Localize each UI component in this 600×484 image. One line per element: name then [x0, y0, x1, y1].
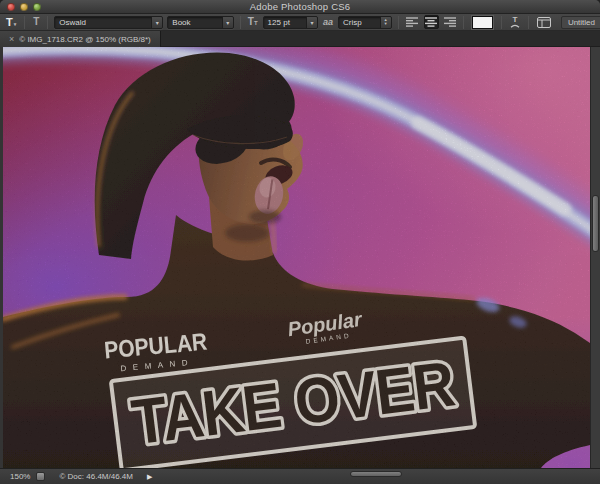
type-tool-icon[interactable]: T ▾: [4, 17, 18, 28]
separator: [501, 16, 502, 29]
vertical-scrollbar-thumb[interactable]: [592, 195, 599, 252]
font-family-select[interactable]: Oswald ▾: [54, 16, 163, 29]
zoom-window-button[interactable]: [33, 3, 41, 11]
anti-alias-value: Crisp: [339, 18, 380, 27]
panels-icon: [537, 17, 551, 28]
font-style-select[interactable]: Book ▾: [167, 16, 234, 29]
vertical-scrollbar[interactable]: [590, 47, 600, 468]
toggle-panels-button[interactable]: [535, 17, 553, 28]
close-window-button[interactable]: [7, 3, 15, 11]
font-size-select[interactable]: 125 pt ▾: [263, 16, 318, 29]
tool-preset-dropdown-icon[interactable]: ▾: [14, 20, 17, 28]
separator: [528, 16, 529, 29]
grain-overlay: [3, 47, 590, 468]
horizontal-scrollbar-thumb[interactable]: [350, 471, 402, 477]
document-tab[interactable]: × © IMG_1718.CR2 @ 150% (RGB/8*): [0, 31, 161, 47]
document-size-info: © Doc: 46.4M/46.4M: [59, 472, 132, 481]
align-left-icon: [406, 17, 418, 27]
window-controls: [7, 3, 41, 11]
close-icon[interactable]: ×: [9, 35, 14, 44]
warp-arc-icon: [510, 24, 520, 28]
photo-canvas[interactable]: POPULAR DEMAND Popular DEMAND TAKE OVER: [3, 47, 590, 468]
text-orientation-button[interactable]: T: [31, 16, 41, 28]
anti-alias-icon: aa: [322, 17, 334, 27]
font-style-value: Book: [168, 18, 222, 27]
status-badge-icon: [36, 472, 45, 481]
spinner-icon[interactable]: ▴ ▾: [380, 17, 391, 28]
status-bar: 150% © Doc: 46.4M/46.4M ▶: [0, 468, 600, 484]
chevron-down-icon[interactable]: ▾: [306, 17, 317, 28]
align-center-button[interactable]: [424, 15, 439, 29]
zoom-level-field[interactable]: 150%: [0, 472, 36, 481]
window-title: Adobe Photoshop CS6: [0, 1, 600, 12]
font-size-icon: T T: [247, 17, 259, 27]
separator: [24, 16, 25, 29]
align-center-icon: [425, 17, 437, 27]
workspace-switcher-button[interactable]: Untitled: [561, 16, 600, 29]
concert-photo: POPULAR DEMAND Popular DEMAND TAKE OVER: [3, 47, 590, 468]
separator: [240, 16, 241, 29]
document-tab-bar: × © IMG_1718.CR2 @ 150% (RGB/8*): [0, 31, 600, 47]
anti-alias-select[interactable]: Crisp ▴ ▾: [338, 16, 392, 29]
chevron-down-icon[interactable]: ▾: [151, 17, 162, 28]
align-right-button[interactable]: [443, 15, 458, 29]
type-tool-options-bar: T ▾ T Oswald ▾ Book ▾ T T 125 pt ▾ aa Cr…: [0, 14, 600, 31]
separator: [463, 16, 464, 29]
font-family-value: Oswald: [55, 18, 151, 27]
title-bar: Adobe Photoshop CS6: [0, 0, 600, 14]
chevron-down-icon[interactable]: ▾: [222, 17, 233, 28]
font-size-value: 125 pt: [264, 18, 306, 27]
warp-text-button[interactable]: T: [508, 16, 522, 28]
minimize-window-button[interactable]: [20, 3, 28, 11]
document-tab-title: © IMG_1718.CR2 @ 150% (RGB/8*): [19, 35, 150, 44]
status-options-arrow[interactable]: ▶: [147, 473, 152, 481]
align-left-button[interactable]: [405, 15, 420, 29]
align-right-icon: [444, 17, 456, 27]
text-color-swatch[interactable]: [472, 16, 492, 29]
separator: [398, 16, 399, 29]
photoshop-window: Adobe Photoshop CS6 T ▾ T Oswald ▾ Book …: [0, 0, 600, 484]
separator: [47, 16, 48, 29]
